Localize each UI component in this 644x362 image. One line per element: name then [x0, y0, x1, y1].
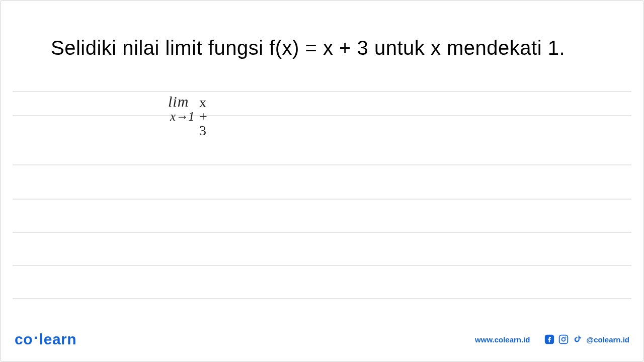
footer-right-group: www.colearn.id @colearn.id — [475, 334, 629, 344]
limit-label: lim — [168, 94, 195, 109]
rule-line — [13, 232, 631, 233]
brand-part-co: co — [15, 331, 33, 347]
rule-line — [13, 164, 631, 165]
facebook-icon[interactable] — [544, 334, 554, 344]
limit-expression: x + 3 — [199, 96, 207, 138]
rule-line — [13, 199, 631, 200]
question-text: Selidiki nilai limit fungsi f(x) = x + 3… — [51, 37, 593, 59]
handwritten-work: lim x→1 x + 3 — [168, 94, 195, 123]
rule-line — [13, 265, 631, 266]
social-handle[interactable]: @colearn.id — [587, 335, 629, 344]
svg-point-3 — [565, 336, 566, 337]
social-icons-group: @colearn.id — [544, 334, 629, 344]
limit-condition: x→1 — [170, 110, 195, 123]
rule-line — [13, 298, 631, 299]
rule-line — [13, 115, 631, 116]
slide-footer: co·learn www.colearn.id @colearn.id — [15, 329, 629, 349]
svg-rect-1 — [559, 335, 568, 344]
brand-part-learn: learn — [39, 331, 76, 347]
brand-logo: co·learn — [15, 331, 76, 348]
ruled-paper-area — [13, 91, 631, 321]
tiktok-icon[interactable] — [573, 334, 583, 344]
instagram-icon[interactable] — [558, 334, 569, 344]
svg-point-2 — [561, 338, 565, 341]
website-link[interactable]: www.colearn.id — [475, 335, 530, 344]
lesson-slide: Selidiki nilai limit fungsi f(x) = x + 3… — [0, 0, 644, 362]
brand-dot-icon: · — [33, 329, 39, 346]
rule-line — [13, 91, 631, 92]
